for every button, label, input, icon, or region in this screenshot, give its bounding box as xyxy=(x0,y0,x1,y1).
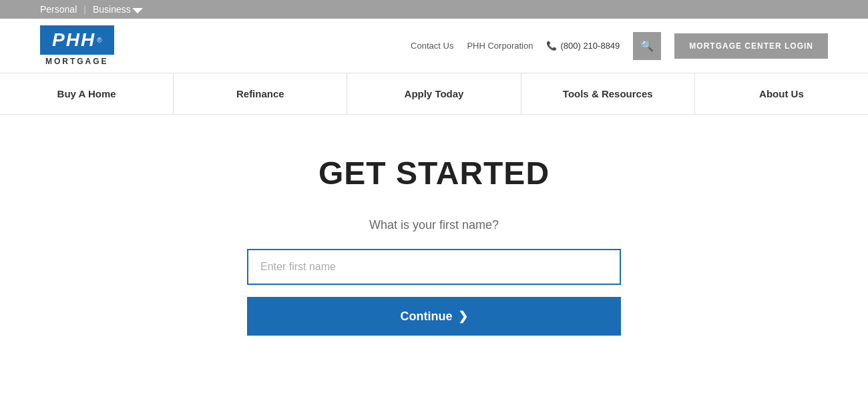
phh-corporation-link[interactable]: PHH Corporation xyxy=(467,41,533,51)
contact-us-link[interactable]: Contact Us xyxy=(411,41,453,51)
nav-tools-resources[interactable]: Tools & Resources xyxy=(521,73,695,114)
logo-registered: ® xyxy=(97,37,101,44)
personal-link[interactable]: Personal xyxy=(40,4,77,15)
nav-refinance[interactable]: Refinance xyxy=(174,73,347,114)
top-bar-divider: | xyxy=(83,4,86,15)
business-link[interactable]: Business xyxy=(93,4,131,15)
nav-apply-today[interactable]: Apply Today xyxy=(347,73,521,114)
nav-buy-a-home[interactable]: Buy A Home xyxy=(0,73,174,114)
phone-number-text: (800) 210-8849 xyxy=(560,41,620,51)
search-icon: 🔍 xyxy=(640,39,654,52)
header: PHH ® MORTGAGE Contact Us PHH Corporatio… xyxy=(0,19,868,73)
logo-phh-text: PHH xyxy=(52,29,95,51)
login-button[interactable]: MORTGAGE CENTER LOGIN xyxy=(674,33,828,59)
chevron-right-icon: ❯ xyxy=(458,309,468,324)
header-links: Contact Us PHH Corporation 📞 (800) 210-8… xyxy=(411,41,620,51)
logo-mortgage-text: MORTGAGE xyxy=(45,57,109,66)
nav-about-us[interactable]: About Us xyxy=(695,73,868,114)
first-name-input[interactable] xyxy=(247,249,621,285)
main-content: GET STARTED What is your first name? Con… xyxy=(0,115,868,389)
phone-icon: 📞 xyxy=(546,41,557,51)
search-button[interactable]: 🔍 xyxy=(633,32,661,60)
personal-indicator xyxy=(132,8,143,13)
page-title: GET STARTED xyxy=(318,155,550,191)
header-right: Contact Us PHH Corporation 📞 (800) 210-8… xyxy=(411,32,828,60)
continue-label: Continue xyxy=(401,310,453,324)
phone-number[interactable]: 📞 (800) 210-8849 xyxy=(546,41,620,51)
logo-box: PHH ® xyxy=(40,25,114,55)
top-bar: Personal | Business xyxy=(0,0,868,19)
logo[interactable]: PHH ® MORTGAGE xyxy=(40,25,114,66)
first-name-question: What is your first name? xyxy=(369,218,499,232)
main-nav: Buy A Home Refinance Apply Today Tools &… xyxy=(0,73,868,115)
continue-button[interactable]: Continue ❯ xyxy=(247,297,621,336)
